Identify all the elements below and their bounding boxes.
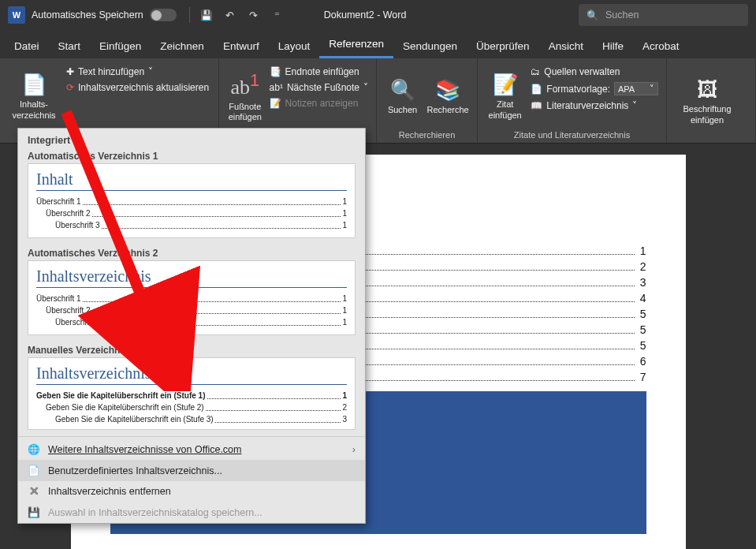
show-notes-button[interactable]: 📝Notizen anzeigen: [268, 96, 370, 110]
research-icon: 📚: [435, 78, 460, 103]
tab-datei[interactable]: Datei: [5, 34, 49, 58]
globe-icon: 🌐: [28, 443, 40, 455]
tab-entwurf[interactable]: Entwurf: [214, 34, 269, 58]
tab-start[interactable]: Start: [49, 34, 91, 58]
dd-save-selection: 💾Auswahl in Inhaltsverzeichniskatalog sp…: [18, 502, 365, 523]
manage-sources-button[interactable]: 🗂Quellen verwalten: [529, 65, 660, 79]
tab-zeichnen[interactable]: Zeichnen: [151, 34, 214, 58]
tab-sendungen[interactable]: Sendungen: [393, 34, 467, 58]
endnote-icon: 📑: [270, 66, 281, 77]
ribbon-tabs: Datei Start Einfügen Zeichnen Entwurf La…: [0, 30, 756, 58]
dd-option-auto2-label: Automatisches Verzeichnis 2: [18, 245, 365, 260]
tab-referenzen[interactable]: Referenzen: [319, 32, 393, 58]
tab-einfuegen[interactable]: Einfügen: [90, 34, 151, 58]
toc-option-auto1[interactable]: Inhalt Überschrift 11 Überschrift 21 Übe…: [28, 163, 356, 238]
autosave-toggle[interactable]: [150, 9, 177, 21]
customize-qat-icon[interactable]: ⁼: [269, 6, 286, 24]
insert-footnote-button[interactable]: ab1 Fußnote einfügen: [225, 62, 265, 129]
search-placeholder: Suchen: [605, 9, 639, 21]
toc-button[interactable]: 📄 Inhalts- verzeichnis: [6, 62, 61, 129]
preview-title: Inhaltsverzeichnis: [36, 267, 347, 288]
toc-icon: 📄: [21, 73, 47, 97]
update-toc-button[interactable]: ⟳Inhaltsverzeichnis aktualisieren: [65, 80, 210, 95]
word-app-icon: W: [8, 6, 25, 24]
document-icon: 📄: [28, 465, 40, 476]
tab-hilfe[interactable]: Hilfe: [593, 34, 633, 58]
chevron-right-icon: ›: [352, 444, 356, 455]
style-icon: 📄: [531, 84, 542, 95]
autosave-label: Automatisches Speichern: [32, 9, 143, 21]
tab-ueberpruefen[interactable]: Überprüfen: [467, 34, 539, 58]
next-footnote-icon: ab¹: [270, 82, 283, 93]
search-button[interactable]: 🔍Suchen: [383, 62, 422, 129]
remove-icon: 🗙: [28, 486, 40, 497]
chevron-down-icon: ˅: [148, 66, 153, 77]
group-label-research: Recherchieren: [383, 129, 471, 141]
dd-section-integriert: Integriert: [18, 129, 365, 151]
tab-layout[interactable]: Layout: [269, 34, 320, 58]
group-label-captions: [673, 138, 749, 141]
toc-option-manual[interactable]: Inhaltsverzeichnis Geben Sie die Kapitel…: [28, 357, 356, 430]
bibliography-icon: 📖: [531, 100, 542, 111]
undo-icon[interactable]: ↶: [222, 6, 239, 24]
dd-option-auto1-label: Automatisches Verzeichnis 1: [18, 151, 365, 163]
save-icon: 💾: [28, 506, 40, 518]
document-title: Dokument2 - Word: [324, 9, 407, 21]
research-button[interactable]: 📚Recherche: [425, 62, 471, 129]
preview-title: Inhaltsverzeichnis: [36, 364, 347, 385]
redo-icon[interactable]: ↷: [245, 6, 263, 24]
save-icon[interactable]: 💾: [198, 6, 215, 24]
dd-option-manual-label: Manuelles Verzeichnis: [18, 342, 365, 357]
citation-icon: 📝: [493, 73, 518, 97]
dd-custom-toc[interactable]: 📄Benutzerdefiniertes Inhaltsverzeichnis.…: [18, 460, 365, 481]
tab-ansicht[interactable]: Ansicht: [539, 34, 593, 58]
footnote-icon: ab1: [231, 70, 260, 99]
chevron-down-icon: ˅: [650, 84, 654, 94]
insert-citation-button[interactable]: 📝Zitat einfügen: [484, 62, 526, 129]
refresh-icon: ⟳: [66, 82, 74, 93]
tab-acrobat[interactable]: Acrobat: [633, 34, 689, 58]
notes-icon: 📝: [270, 98, 281, 109]
dd-remove-toc[interactable]: 🗙Inhaltsverzeichnis entfernen: [18, 481, 365, 502]
caption-icon: 🖼: [697, 77, 717, 102]
sources-icon: 🗂: [531, 66, 540, 77]
chevron-down-icon: ˅: [363, 82, 368, 93]
dd-more-office[interactable]: 🌐Weitere Inhaltsverzeichnisse von Office…: [18, 439, 365, 460]
insert-caption-button[interactable]: 🖼Beschriftung einfügen: [673, 62, 741, 138]
next-footnote-button[interactable]: ab¹Nächste Fußnote ˅: [268, 80, 370, 95]
chevron-down-icon: ˅: [632, 100, 637, 111]
toc-option-auto2[interactable]: Inhaltsverzeichnis Überschrift 11 Übersc…: [28, 260, 356, 335]
search-icon: 🔍: [587, 9, 599, 21]
titlebar: W Automatisches Speichern 💾 ↶ ↷ ⁼ Dokume…: [0, 0, 756, 30]
group-label-citations: Zitate und Literaturverzeichnis: [484, 129, 660, 141]
style-selector[interactable]: 📄Formatvorlage: APA˅: [529, 80, 660, 97]
preview-title: Inhalt: [36, 170, 347, 191]
add-text-button[interactable]: ✚Text hinzufügen ˅: [65, 65, 210, 79]
search-icon: 🔍: [390, 78, 415, 103]
insert-endnote-button[interactable]: 📑Endnote einfügen: [268, 65, 370, 79]
toc-dropdown: Integriert Automatisches Verzeichnis 1 I…: [17, 128, 366, 524]
search-input[interactable]: 🔍 Suchen: [579, 4, 748, 26]
add-text-icon: ✚: [66, 66, 74, 77]
bibliography-button[interactable]: 📖Literaturverzeichnis ˅: [529, 99, 660, 113]
